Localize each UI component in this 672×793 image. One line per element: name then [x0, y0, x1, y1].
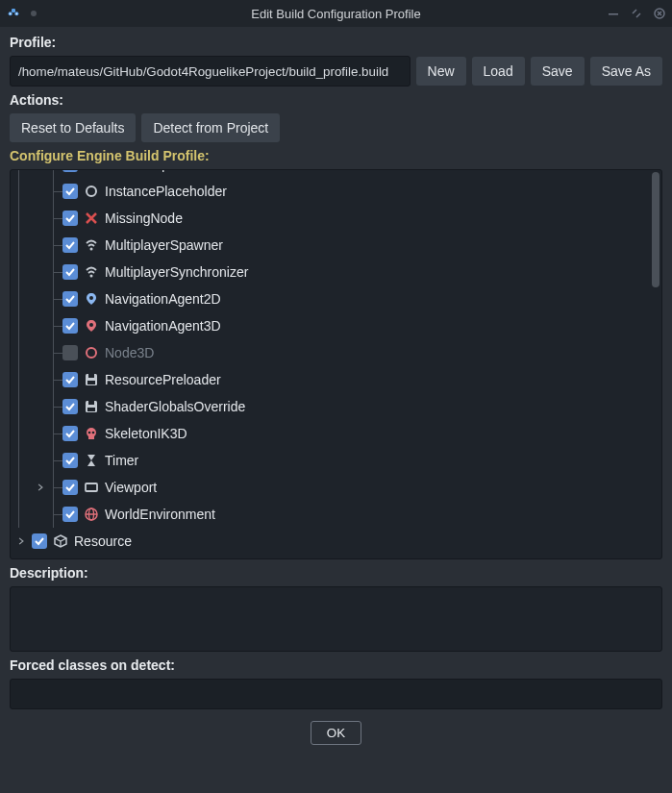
class-checkbox[interactable]	[62, 453, 78, 468]
actions-label: Actions:	[10, 92, 662, 108]
svg-rect-2	[12, 9, 15, 12]
tree-row[interactable]: Node3D	[11, 339, 661, 366]
reset-button[interactable]: Reset to Defaults	[10, 113, 136, 142]
tree-row[interactable]: NavigationAgent2D	[11, 285, 661, 312]
class-label: InstancePlaceholder	[105, 184, 227, 199]
tree-row[interactable]: MultiplayerSpawner	[11, 232, 661, 259]
class-label: MissingNode	[105, 211, 183, 226]
forced-classes-label: Forced classes on detect:	[10, 657, 662, 673]
minimize-button[interactable]	[607, 7, 620, 20]
svg-point-3	[10, 12, 12, 14]
class-checkbox[interactable]	[62, 480, 78, 495]
app-logo-icon	[6, 5, 21, 23]
class-checkbox[interactable]	[62, 264, 78, 280]
class-checkbox[interactable]	[62, 211, 78, 226]
x-icon	[84, 211, 99, 226]
class-label: WorldEnvironment	[105, 507, 215, 522]
cube-icon	[53, 533, 68, 549]
save-icon	[84, 399, 99, 414]
wifi-icon	[84, 264, 99, 280]
http-icon	[84, 169, 99, 172]
tree-row[interactable]: WorldEnvironment	[11, 501, 661, 528]
pin-icon	[31, 11, 37, 16]
forced-classes-input[interactable]	[10, 679, 662, 709]
class-label: Viewport	[105, 480, 157, 495]
pin-icon	[84, 291, 99, 307]
tree-row[interactable]: ResourcePreloader	[11, 366, 661, 393]
class-label: HTTPRequest	[105, 169, 190, 172]
new-button[interactable]: New	[416, 57, 466, 86]
tree-row[interactable]: MultiplayerSynchronizer	[11, 259, 661, 285]
class-label: NavigationAgent2D	[105, 291, 221, 307]
tree-row[interactable]: SkeletonIK3D	[11, 420, 661, 447]
tree-row[interactable]: Timer	[11, 447, 661, 474]
class-label: SkeletonIK3D	[105, 426, 187, 441]
rect-icon	[84, 480, 99, 495]
tree-row[interactable]: HTTPRequest	[11, 169, 661, 178]
description-label: Description:	[10, 565, 662, 581]
class-checkbox[interactable]	[62, 318, 78, 334]
class-label: Timer	[105, 453, 138, 468]
profile-label: Profile:	[10, 35, 662, 50]
circle-icon	[84, 345, 99, 360]
hourglass-icon	[84, 453, 99, 468]
pin-icon	[84, 318, 99, 334]
expand-icon[interactable]	[36, 483, 45, 492]
wifi-icon	[84, 237, 99, 253]
class-label: Node3D	[105, 345, 154, 360]
class-checkbox[interactable]	[62, 399, 78, 414]
class-checkbox[interactable]	[32, 533, 47, 549]
class-checkbox[interactable]	[62, 507, 78, 522]
class-checkbox[interactable]	[62, 372, 78, 387]
class-checkbox[interactable]	[62, 345, 78, 360]
window-title: Edit Build Configuration Profile	[0, 7, 672, 21]
titlebar: Edit Build Configuration Profile	[0, 0, 672, 27]
class-label: NavigationAgent3D	[105, 318, 221, 334]
profile-path-input[interactable]	[10, 56, 411, 87]
class-checkbox[interactable]	[62, 237, 78, 253]
configure-label: Configure Engine Build Profile:	[10, 148, 662, 163]
tree-scrollbar[interactable]	[652, 172, 660, 287]
class-label: MultiplayerSpawner	[105, 237, 223, 253]
circle-icon	[84, 184, 99, 199]
save-button[interactable]: Save	[531, 57, 585, 86]
class-label: Resource	[74, 533, 132, 549]
class-label: ShaderGlobalsOverride	[105, 399, 245, 414]
skull-icon	[84, 426, 99, 441]
load-button[interactable]: Load	[472, 57, 525, 86]
class-label: MultiplayerSynchronizer	[105, 264, 248, 280]
tree-row[interactable]: NavigationAgent3D	[11, 312, 661, 339]
svg-rect-5	[609, 13, 618, 15]
class-checkbox[interactable]	[62, 426, 78, 441]
tree-row[interactable]: ShaderGlobalsOverride	[11, 393, 661, 420]
tree-row[interactable]: Resource	[11, 528, 661, 555]
globe-icon	[84, 507, 99, 522]
class-label: ResourcePreloader	[105, 372, 221, 387]
expand-icon[interactable]	[16, 536, 26, 546]
save-icon	[84, 372, 99, 387]
detect-button[interactable]: Detect from Project	[141, 113, 280, 142]
description-box	[10, 586, 662, 652]
tree-row[interactable]: MissingNode	[11, 205, 661, 232]
class-checkbox[interactable]	[62, 291, 78, 307]
close-button[interactable]	[653, 7, 666, 20]
svg-point-4	[16, 12, 18, 14]
tree-row[interactable]: Viewport	[11, 474, 661, 501]
maximize-button[interactable]	[630, 7, 643, 20]
ok-button[interactable]: OK	[311, 721, 361, 745]
class-checkbox[interactable]	[62, 184, 78, 199]
save-as-button[interactable]: Save As	[590, 57, 662, 86]
class-checkbox[interactable]	[62, 169, 78, 172]
class-tree[interactable]: HTTPRequestInstancePlaceholderMissingNod…	[10, 169, 662, 559]
tree-row[interactable]: InstancePlaceholder	[11, 178, 661, 205]
